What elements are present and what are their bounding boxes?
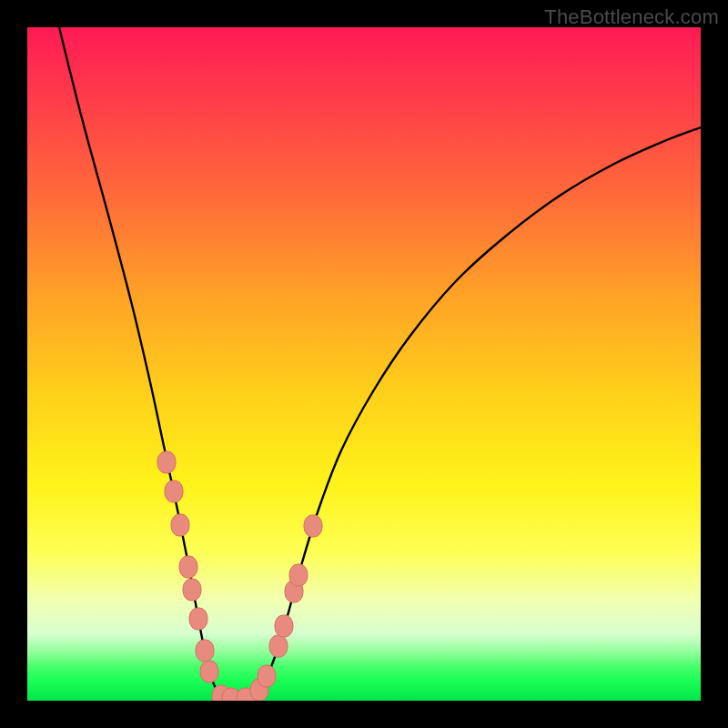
curve-marker (196, 640, 214, 662)
plot-area (27, 27, 701, 701)
curve-marker (165, 480, 183, 502)
curve-marker (258, 665, 276, 687)
curve-marker (200, 661, 218, 682)
chart-frame: TheBottleneck.com (0, 0, 728, 728)
curve-marker (304, 515, 322, 537)
watermark-text: TheBottleneck.com (544, 5, 719, 29)
curve-svg (27, 27, 701, 701)
curve-marker (157, 451, 176, 473)
curve-marker (179, 556, 197, 578)
curve-marker (289, 564, 308, 586)
curve-marker (171, 514, 189, 536)
curve-marker (183, 579, 201, 601)
curve-marker (275, 615, 293, 637)
curve-marker (269, 635, 288, 657)
curve-marker (189, 608, 207, 630)
bottleneck-curve-path (59, 27, 701, 699)
marker-group (157, 451, 322, 701)
